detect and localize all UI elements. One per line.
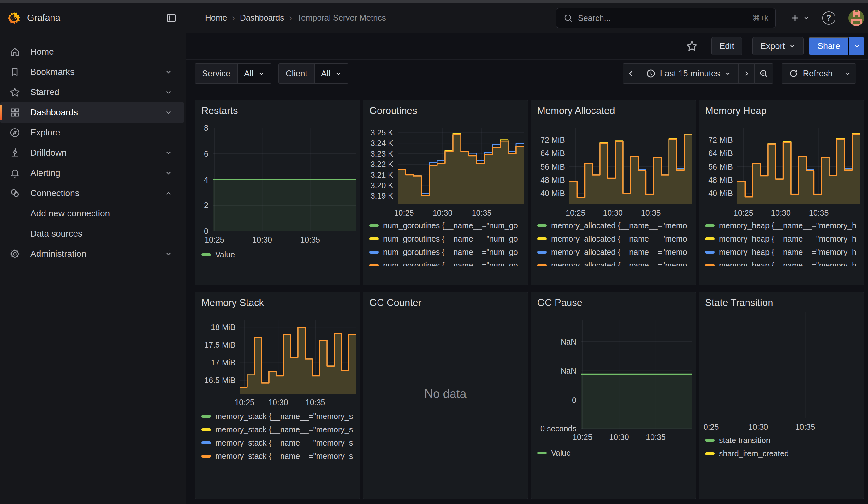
service-filter-value[interactable]: All [238,64,271,83]
panel-title[interactable]: Memory Stack [202,297,264,309]
chevron-down-icon[interactable] [164,68,173,76]
chart-plot-memory_heap[interactable] [737,128,860,204]
chart-plot-memory_allocated[interactable] [569,128,692,204]
legend-item[interactable]: memory_stack {__name__="memory_s [202,436,358,449]
star-icon [9,87,22,97]
chevron-down-icon[interactable] [164,149,173,157]
dock-menu-button[interactable] [166,12,177,24]
sidebar-item-dashboards[interactable]: Dashboards [0,102,184,123]
sidebar-item-alerting[interactable]: Alerting [0,163,184,183]
client-filter[interactable]: Client All [278,63,349,84]
legend-item[interactable]: state transition [705,434,862,447]
help-button[interactable]: ? [822,11,836,25]
chevron-down-icon[interactable] [164,108,173,116]
refresh-interval-caret[interactable] [840,63,856,84]
y-axis-tick-label: 0 seconds [531,424,576,433]
panel-title[interactable]: GC Counter [369,297,421,309]
add-new-button[interactable] [790,13,809,23]
sidebar-item-explore[interactable]: Explore [0,123,184,143]
sidebar-item-add-new-connection[interactable]: Add new connection [0,203,184,224]
sidebar-item-label: Dashboards [30,107,78,117]
y-axis-tick-label: 48 MiB [531,175,565,185]
chevron-down-icon[interactable] [164,169,173,177]
bell-icon [9,168,22,178]
sidebar-item-home[interactable]: Home [0,42,184,62]
sidebar-item-bookmarks[interactable]: Bookmarks [0,62,184,82]
chart-plot-gc_pause[interactable] [581,320,692,429]
legend-item[interactable]: shard_item_created [705,447,862,460]
chevron-down-icon[interactable] [164,250,173,258]
search-input[interactable]: Search... ⌘+k [556,8,776,28]
panel-title[interactable]: Memory Allocated [537,105,615,116]
user-avatar[interactable] [848,10,864,26]
legend-item[interactable]: Value [537,446,694,460]
sidebar-item-data-sources[interactable]: Data sources [0,224,184,244]
topnav-main-section: Home › Dashboards › Temporal Server Metr… [186,3,868,32]
chart-legend: memory_stack {__name__="memory_smemory_s… [202,410,358,463]
sidebar-item-connections[interactable]: Connections [0,183,184,203]
legend-item[interactable]: num_goroutines {__name__="num_go [369,259,526,266]
chart-plot-restarts[interactable] [213,128,356,231]
sidebar-item-label: Explore [30,127,60,138]
divider [816,11,816,25]
chart-plot-state_transition[interactable] [706,312,860,419]
legend-item[interactable]: memory_heap {__name__="memory_h [705,259,862,266]
panel-title[interactable]: State Transition [705,297,773,309]
share-options-caret[interactable] [849,37,864,55]
favorite-star-button[interactable] [683,40,701,52]
legend-item[interactable]: num_goroutines {__name__="num_go [369,232,526,245]
legend-item[interactable]: memory_stack {__name__="memory_s [202,449,358,463]
edit-button[interactable]: Edit [711,37,742,55]
legend-item[interactable]: memory_heap {__name__="memory_h [705,245,862,259]
panel-title[interactable]: Goroutines [369,105,417,116]
y-axis-tick-label: 64 MiB [531,148,565,158]
legend-item[interactable]: memory_stack {__name__="memory_s [202,423,358,436]
time-range-picker[interactable]: Last 15 minutes [639,63,739,84]
chevron-up-icon[interactable] [164,189,173,197]
time-range-forward-button[interactable] [738,63,755,84]
zoom-out-button[interactable] [754,63,773,84]
legend-item[interactable]: memory_stack {__name__="memory_s [202,410,358,423]
export-button[interactable]: Export [753,37,804,55]
legend-item[interactable]: memory_heap {__name__="memory_h [705,232,862,245]
panel-title[interactable]: GC Pause [537,297,582,309]
grafana-app: Grafana Home › Dashboards › Temporal Ser… [0,0,868,504]
sidebar-item-administration[interactable]: Administration [0,244,184,264]
legend-item[interactable]: memory_heap {__name__="memory_h [705,219,862,232]
time-range-back-button[interactable] [623,63,639,84]
refresh-button[interactable]: Refresh [782,63,840,84]
service-filter[interactable]: Service All [195,63,271,84]
chart-plot-goroutines[interactable] [398,128,524,204]
service-filter-selected: All [244,69,254,79]
legend-item[interactable]: memory_allocated {__name__="memo [537,245,694,259]
chevron-down-icon[interactable] [164,88,173,96]
sidebar-item-drilldown[interactable]: Drilldown [0,143,184,163]
x-axis-tick-label: 10:30 [591,208,635,218]
panel-title[interactable]: Memory Heap [705,105,767,116]
legend-item[interactable]: memory_allocated {__name__="memo [537,219,694,232]
refresh-icon [789,69,798,78]
sidebar-item-label: Data sources [30,229,82,239]
chart-plot-memory_stack[interactable] [240,320,356,394]
legend-item[interactable]: Value [202,248,358,261]
y-axis-tick-label: NaN [531,366,576,376]
breadcrumb-dashboards[interactable]: Dashboards [240,13,284,23]
breadcrumb-home[interactable]: Home [205,13,227,23]
y-axis-tick-label: 72 MiB [531,135,565,145]
dashboard-toolbar: Edit Export Share [186,33,868,60]
client-filter-value[interactable]: All [315,64,348,83]
y-axis-tick-label: 3.22 K [363,160,393,169]
legend-label: memory_stack {__name__="memory_s [215,425,353,434]
legend-item[interactable]: memory_allocated {__name__="memo [537,259,694,266]
search-shortcut-hint: ⌘+k [753,13,768,22]
sidebar-item-starred[interactable]: Starred [0,82,184,102]
legend-label: num_goroutines {__name__="num_go [383,234,518,244]
panel-title[interactable]: Restarts [202,105,238,116]
chevron-down-icon [724,70,731,77]
share-button[interactable]: Share [809,37,849,55]
legend-item[interactable]: num_goroutines {__name__="num_go [369,245,526,259]
legend-swatch [537,452,547,454]
edit-button-label: Edit [719,41,734,51]
legend-item[interactable]: memory_allocated {__name__="memo [537,232,694,245]
legend-item[interactable]: num_goroutines {__name__="num_go [369,219,526,232]
